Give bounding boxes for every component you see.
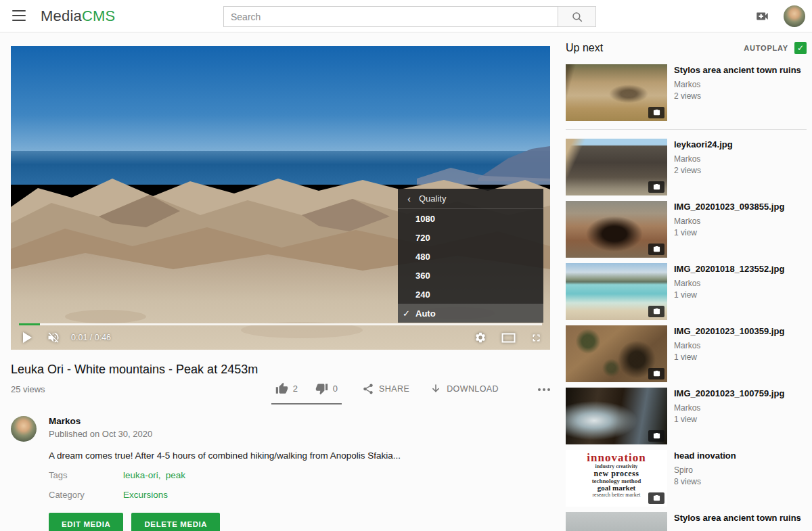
- item-title: IMG_20201018_123552.jpg: [674, 264, 807, 275]
- quality-option-1080[interactable]: 1080: [398, 209, 543, 228]
- thumb-down-icon: [315, 382, 328, 395]
- search-input[interactable]: [223, 6, 558, 27]
- quality-option-480[interactable]: 480: [398, 247, 543, 266]
- autoplay-label: AUTOPLAY: [744, 44, 788, 52]
- item-title: head inovation: [674, 451, 807, 461]
- meta-row: 25 views 2 0 SHARE: [11, 382, 550, 405]
- author-name[interactable]: Markos: [49, 416, 152, 426]
- settings-button[interactable]: [474, 331, 487, 344]
- check-icon: ✓: [797, 43, 804, 53]
- gear-icon: [474, 331, 487, 344]
- search-bar: [223, 6, 596, 27]
- mediacms-page: MediaCMS: [0, 0, 812, 531]
- item-author: Markos: [674, 79, 807, 91]
- author-row: Markos Published on Oct 30, 2020: [11, 416, 550, 442]
- logo-media: Media: [41, 7, 82, 24]
- item-author: Spiro: [674, 465, 807, 476]
- camera-icon: [653, 494, 660, 502]
- item-views: 1 view: [674, 290, 807, 301]
- item-title: IMG_20201023_093855.jpg: [674, 202, 807, 212]
- tag-link-peak[interactable]: peak: [166, 470, 185, 480]
- thumbnail: [566, 64, 667, 121]
- quality-option-360[interactable]: 360: [398, 266, 543, 285]
- quality-option-auto[interactable]: ✓ Auto: [398, 304, 543, 323]
- up-next-title: Up next: [566, 42, 603, 54]
- media-buttons: EDIT MEDIA DELETE MEDIA: [49, 513, 550, 531]
- delete-media-button[interactable]: DELETE MEDIA: [131, 513, 220, 531]
- category-label: Category: [49, 490, 123, 500]
- more-options-icon[interactable]: [538, 383, 550, 395]
- list-item[interactable]: Stylos area ancient town ruins Markos 2 …: [566, 64, 807, 121]
- list-item[interactable]: IMG_20201018_123552.jpg Markos 1 view: [566, 263, 807, 320]
- list-item[interactable]: IMG_20201023_100759.jpg Markos 1 view: [566, 388, 807, 444]
- list-item[interactable]: Stylos area ancient town ruins: [566, 512, 807, 531]
- quality-option-720[interactable]: 720: [398, 228, 543, 247]
- item-title: Stylos area ancient town ruins: [674, 513, 807, 524]
- video-title: Leuka Ori - White mountains - Peak at 24…: [11, 363, 550, 377]
- list-item[interactable]: leykaori24.jpg Markos 2 views: [566, 139, 807, 195]
- list-item[interactable]: IMG_20201023_093855.jpg Markos 1 view: [566, 201, 807, 258]
- action-bar: 2 0 SHARE DOWNLOAD: [271, 382, 550, 405]
- tag-link-leuka-ori[interactable]: leuka-ori,: [123, 470, 161, 480]
- menu-icon[interactable]: [12, 10, 26, 21]
- search-icon: [571, 11, 583, 23]
- edit-media-button[interactable]: EDIT MEDIA: [49, 513, 123, 531]
- item-author: Markos: [674, 340, 807, 352]
- share-label: SHARE: [379, 384, 409, 394]
- check-icon: ✓: [403, 308, 413, 319]
- app-logo[interactable]: MediaCMS: [41, 7, 115, 25]
- camera-icon: [653, 246, 660, 253]
- logo-cms: CMS: [82, 7, 116, 24]
- item-author: Markos: [674, 154, 807, 165]
- upload-media-icon[interactable]: [754, 9, 770, 24]
- user-avatar[interactable]: [784, 5, 805, 27]
- published-date: Published on Oct 30, 2020: [49, 429, 152, 439]
- item-author: Markos: [674, 278, 807, 290]
- category-row: Category Excursions: [49, 490, 550, 500]
- thumbnail: [566, 263, 667, 320]
- chevron-left-icon: ‹: [407, 193, 411, 204]
- author-avatar[interactable]: [11, 416, 37, 442]
- up-next-header: Up next AUTOPLAY ✓: [566, 42, 807, 54]
- list-item[interactable]: innovation industry creativity new proce…: [566, 450, 807, 507]
- share-button[interactable]: SHARE: [362, 383, 409, 395]
- mute-button[interactable]: [47, 331, 60, 344]
- quality-option-240[interactable]: 240: [398, 285, 543, 304]
- video-player[interactable]: 0:01 / 0:46 ‹ Quality: [11, 46, 550, 350]
- fullscreen-icon: [531, 332, 542, 344]
- up-next-sidebar: Up next AUTOPLAY ✓ Stylos area ancient t…: [566, 42, 807, 531]
- theater-mode-button[interactable]: [501, 333, 516, 343]
- camera-icon: [653, 183, 660, 191]
- quality-option-auto-label: Auto: [415, 308, 436, 319]
- rating-group: 2 0: [271, 382, 342, 405]
- item-views: 2 views: [674, 165, 807, 177]
- quality-menu-back[interactable]: ‹ Quality: [398, 189, 543, 209]
- item-author: Markos: [674, 216, 807, 227]
- thumbnail: [566, 388, 667, 444]
- download-icon: [430, 383, 442, 395]
- dislike-count: 0: [333, 384, 338, 394]
- quality-menu-title: Quality: [419, 193, 446, 204]
- category-link[interactable]: Excursions: [123, 490, 168, 500]
- item-title: IMG_20201023_100359.jpg: [674, 326, 807, 337]
- download-button[interactable]: DOWNLOAD: [430, 383, 499, 395]
- player-controls: 0:01 / 0:46: [19, 325, 542, 350]
- top-bar: MediaCMS: [0, 0, 812, 32]
- autoplay-checkbox[interactable]: ✓: [794, 42, 807, 54]
- main-column: 0:01 / 0:46 ‹ Quality: [11, 46, 550, 531]
- play-icon: [23, 332, 32, 343]
- item-views: 1 view: [674, 352, 807, 363]
- camera-icon: [653, 432, 660, 440]
- item-views: 1 view: [674, 227, 807, 239]
- thumbnail: [566, 325, 667, 382]
- play-button[interactable]: [19, 332, 32, 343]
- list-item[interactable]: IMG_20201023_100359.jpg Markos 1 view: [566, 325, 807, 382]
- download-label: DOWNLOAD: [447, 384, 499, 394]
- fullscreen-button[interactable]: [531, 332, 542, 344]
- volume-muted-icon: [47, 331, 60, 344]
- like-button[interactable]: 2: [275, 382, 298, 395]
- dislike-button[interactable]: 0: [315, 382, 338, 395]
- like-count: 2: [293, 384, 298, 394]
- search-button[interactable]: [558, 6, 596, 27]
- item-views: 1 view: [674, 414, 807, 425]
